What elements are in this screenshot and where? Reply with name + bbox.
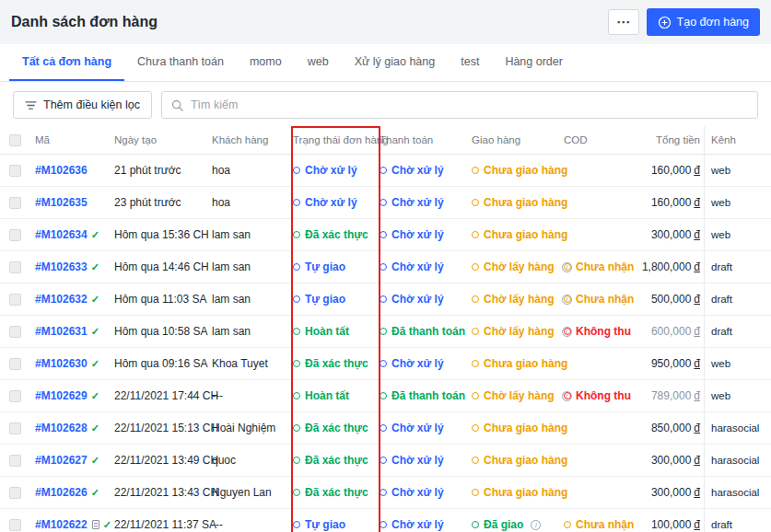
row-checkbox[interactable] — [9, 487, 21, 499]
status-circle-icon — [293, 199, 300, 206]
cod-status-cell — [564, 445, 641, 476]
table-row[interactable]: #M102636 21 phút trước hoa Chờ xử lý Chờ… — [0, 155, 771, 187]
order-id-link[interactable]: #M102635 — [35, 196, 88, 209]
status-circle-icon — [472, 231, 479, 238]
customer-name: lam san — [212, 316, 293, 347]
column-header-1[interactable]: Mã — [35, 126, 114, 154]
verified-check-icon: ✓ — [91, 229, 99, 241]
row-checkbox[interactable] — [9, 197, 21, 209]
row-checkbox[interactable] — [9, 455, 21, 467]
order-id-link[interactable]: #M102628 — [35, 422, 88, 434]
tab-label: Hàng order — [505, 55, 563, 68]
cod-status-cell — [564, 412, 641, 444]
order-id-link[interactable]: #M102633 — [35, 260, 88, 273]
order-id-link[interactable]: #M102622 — [35, 518, 88, 531]
column-header-2[interactable]: Ngày tạo — [114, 126, 212, 154]
shipping-status-cell: Chờ lấy hàngi — [472, 251, 564, 283]
row-checkbox[interactable] — [9, 358, 21, 370]
status-circle-icon — [380, 521, 387, 528]
more-actions-button[interactable]: ⋯ — [608, 9, 639, 35]
order-id-link[interactable]: #M102630 — [35, 357, 88, 370]
table-row[interactable]: #M102627 ✓ 22/11/2021 13:49 CH quoc Đã x… — [0, 445, 771, 477]
order-id-link[interactable]: #M102626 — [35, 486, 88, 499]
table-row[interactable]: #M102633 ✓ Hôm qua 14:46 CH lam san Tự g… — [0, 251, 771, 283]
channel: draft — [704, 509, 765, 532]
tab[interactable]: Chưa thanh toán — [124, 44, 237, 81]
order-status-cell: Chờ xử lý — [293, 155, 380, 186]
row-checkbox[interactable] — [9, 326, 21, 338]
table-row[interactable]: #M102630 ✓ Hôm qua 09:16 SA Khoa Tuyet Đ… — [0, 348, 771, 380]
shipping-status-cell: Chưa giao hàng — [472, 412, 564, 444]
customer-name: Hoài Nghiệm — [212, 412, 293, 444]
status-badge: Chờ xử lý — [380, 164, 444, 177]
customer-name: Khoa Tuyet — [212, 348, 293, 379]
order-id-link[interactable]: #M102627 — [35, 454, 88, 467]
tab[interactable]: test — [448, 44, 492, 81]
order-id-link[interactable]: #M102629 — [35, 389, 88, 402]
cod-status-cell: Không thu — [564, 316, 641, 347]
create-order-button[interactable]: Tạo đơn hàng — [647, 8, 760, 36]
column-header-8[interactable]: Tổng tiền — [641, 126, 704, 154]
shipping-status-cell: Chờ lấy hàngi — [472, 380, 564, 411]
column-header-3[interactable]: Khách hàng — [212, 126, 293, 154]
table-row[interactable]: #M102634 ✓ Hôm qua 15:36 CH lam san Đã x… — [0, 219, 771, 251]
status-circle-icon — [380, 457, 387, 464]
channel: web — [704, 187, 765, 218]
status-circle-icon — [380, 328, 387, 335]
table-row[interactable]: #M102626 ✓ 22/11/2021 13:43 CH Nguyen La… — [0, 477, 771, 509]
add-filter-label: Thêm điều kiện lọc — [43, 98, 140, 111]
created-at: 22/11/2021 15:13 CH — [114, 412, 212, 444]
column-header-7[interactable]: COD — [564, 126, 641, 154]
order-id-link[interactable]: #M102636 — [35, 164, 88, 177]
select-all-checkbox[interactable] — [9, 134, 21, 146]
table-row[interactable]: #M102622 ✓ 22/11/2021 11:37 SA --- Tự gi… — [0, 509, 771, 532]
order-id-link[interactable]: #M102634 — [35, 228, 88, 241]
status-badge: Chưa giao hàng — [472, 422, 567, 434]
row-checkbox[interactable] — [9, 294, 21, 306]
column-header-6[interactable]: Giao hàng — [472, 126, 564, 154]
table-row[interactable]: #M102631 ✓ Hôm qua 10:58 SA lam san Hoàn… — [0, 316, 771, 348]
cod-status-cell — [564, 219, 641, 250]
channel: web — [704, 155, 765, 186]
row-checkbox[interactable] — [9, 519, 21, 531]
checkbox-cell — [9, 187, 35, 218]
order-id-cell: #M102631 ✓ — [35, 316, 114, 347]
row-checkbox[interactable] — [9, 165, 21, 177]
status-badge: Tự giao — [293, 293, 345, 306]
row-checkbox[interactable] — [9, 229, 21, 241]
table-row[interactable]: #M102629 ✓ 22/11/2021 17:44 CH --- Hoàn … — [0, 380, 771, 412]
status-badge: Chưa giao hàng — [472, 164, 567, 177]
status-circle-icon — [472, 328, 479, 335]
checkbox-cell — [9, 380, 35, 411]
status-badge: Chờ lấy hàngi — [472, 293, 572, 306]
channel: draft — [704, 251, 765, 283]
status-circle-icon — [293, 489, 300, 496]
tab[interactable]: web — [295, 44, 342, 81]
add-filter-button[interactable]: Thêm điều kiện lọc — [13, 91, 152, 119]
status-circle-icon — [472, 167, 479, 174]
search-input[interactable] — [191, 98, 748, 111]
row-checkbox[interactable] — [9, 261, 21, 273]
table-row[interactable]: #M102628 ✓ 22/11/2021 15:13 CH Hoài Nghi… — [0, 412, 771, 445]
column-header-9[interactable]: Kênh — [704, 126, 765, 154]
customer-name: --- — [212, 509, 293, 532]
order-id-cell: #M102626 ✓ — [35, 477, 114, 508]
table-row[interactable]: #M102632 ✓ Hôm qua 11:03 SA lam san Tự g… — [0, 283, 771, 316]
column-header-5[interactable]: Thanh toán — [380, 126, 472, 154]
tab[interactable]: Tất cả đơn hàng — [9, 44, 124, 81]
info-icon[interactable]: i — [531, 520, 541, 530]
tab[interactable]: Xử lý giao hàng — [342, 44, 449, 81]
shipping-status-cell: Chưa giao hàng — [472, 348, 564, 379]
status-circle-icon — [293, 167, 300, 174]
row-checkbox[interactable] — [9, 422, 21, 434]
channel: harasocial — [704, 477, 765, 508]
column-header-4[interactable]: Trạng thái đơn hàng — [293, 126, 380, 154]
tab[interactable]: momo — [237, 44, 295, 81]
tab[interactable]: Hàng order — [492, 44, 576, 81]
order-id-link[interactable]: #M102631 — [35, 325, 88, 338]
table-row[interactable]: #M102635 23 phút trước hoa Chờ xử lý Chờ… — [0, 187, 771, 219]
payment-status-cell: Chờ xử lý — [380, 187, 472, 218]
status-badge: Tự giao — [293, 518, 345, 531]
row-checkbox[interactable] — [9, 390, 21, 402]
order-id-link[interactable]: #M102632 — [35, 293, 88, 306]
